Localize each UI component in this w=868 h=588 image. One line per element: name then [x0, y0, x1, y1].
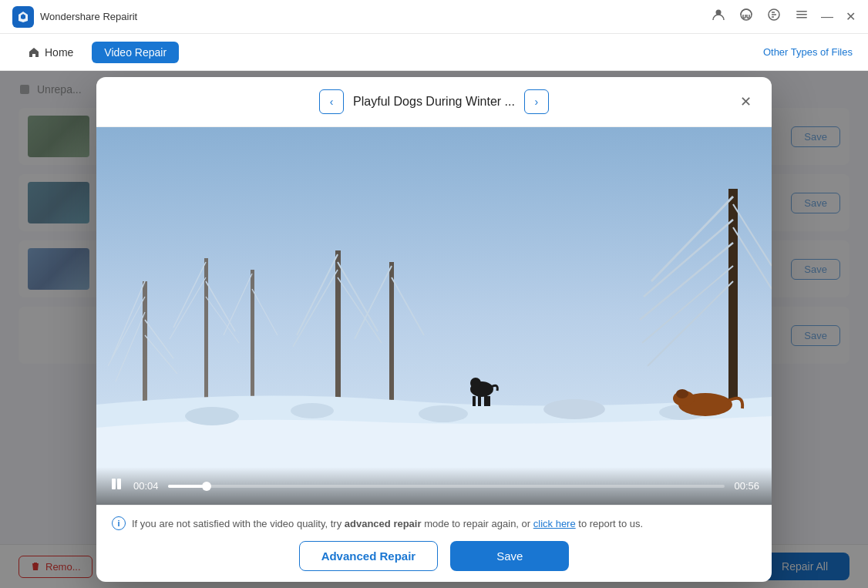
dialog-footer: i If you are not satisfied with the vide… [96, 505, 772, 582]
prev-button[interactable]: ‹ [319, 89, 344, 114]
menu-icon[interactable] [794, 7, 809, 26]
svg-rect-48 [484, 395, 487, 406]
headphone-icon[interactable] [738, 7, 754, 26]
current-time: 00:04 [133, 480, 159, 492]
title-bar: Wondershare Repairit — ✕ [0, 0, 868, 34]
svg-rect-55 [117, 479, 121, 489]
svg-point-43 [543, 399, 605, 419]
svg-point-42 [419, 405, 468, 422]
svg-rect-50 [487, 396, 490, 406]
svg-point-53 [676, 389, 688, 398]
click-here-link[interactable]: click here [533, 518, 576, 529]
progress-fill [168, 485, 207, 488]
home-label: Home [45, 46, 73, 59]
notice-text: If you are not satisfied with the video … [132, 518, 643, 529]
app-logo-icon [12, 6, 34, 28]
svg-rect-4 [796, 14, 807, 15]
close-dialog-button[interactable]: ✕ [735, 91, 756, 113]
dialog-header: ‹ Playful Dogs During Winter ... › ✕ [96, 77, 772, 127]
svg-rect-54 [112, 479, 116, 489]
next-button[interactable]: › [524, 89, 549, 114]
save-dialog-button[interactable]: Save [450, 541, 569, 571]
svg-rect-3 [796, 11, 807, 12]
close-icon: ✕ [740, 93, 752, 110]
video-player: 00:04 00:56 [96, 127, 772, 505]
video-frame [96, 127, 772, 505]
preview-dialog: ‹ Playful Dogs During Winter ... › ✕ [96, 77, 772, 582]
title-bar-controls: — ✕ [711, 7, 856, 26]
dialog-nav: ‹ Playful Dogs During Winter ... › [319, 89, 549, 114]
svg-rect-5 [796, 17, 807, 18]
svg-point-40 [185, 407, 239, 425]
dialog-title: Playful Dogs During Winter ... [353, 95, 515, 109]
account-icon[interactable] [711, 7, 726, 26]
minimize-button[interactable]: — [822, 12, 833, 22]
modal-overlay: ‹ Playful Dogs During Winter ... › ✕ [0, 71, 868, 588]
close-button[interactable]: ✕ [845, 12, 856, 22]
app-window: Wondershare Repairit — ✕ Home Video R [0, 0, 868, 588]
progress-bar[interactable] [168, 485, 725, 488]
chat-icon[interactable] [766, 7, 782, 26]
advanced-repair-button[interactable]: Advanced Repair [299, 541, 439, 571]
main-content: Unrepa... IMG_5023.MOV MOV | 2.4 MB Save… [0, 71, 868, 588]
home-nav-item[interactable]: Home [15, 42, 86, 63]
other-types-link[interactable]: Other Types of Files [763, 46, 853, 58]
title-bar-logo: Wondershare Repairit [12, 6, 711, 28]
chevron-right-icon: › [535, 96, 539, 108]
video-controls: 00:04 00:56 [96, 467, 772, 505]
active-tab[interactable]: Video Repair [92, 42, 179, 63]
total-time: 00:56 [734, 480, 759, 492]
progress-thumb[interactable] [202, 482, 211, 491]
active-tab-label: Video Repair [104, 46, 167, 59]
chevron-left-icon: ‹ [330, 96, 334, 108]
app-name: Wondershare Repairit [40, 11, 137, 22]
quality-notice: i If you are not satisfied with the vide… [112, 516, 756, 530]
pause-button[interactable] [109, 476, 124, 496]
info-icon: i [112, 516, 126, 530]
nav-bar: Home Video Repair Other Types of Files [0, 34, 868, 71]
svg-rect-47 [478, 395, 481, 406]
svg-rect-49 [473, 396, 476, 406]
svg-point-46 [470, 378, 481, 388]
svg-point-41 [291, 403, 334, 418]
dialog-actions: Advanced Repair Save [112, 541, 756, 571]
